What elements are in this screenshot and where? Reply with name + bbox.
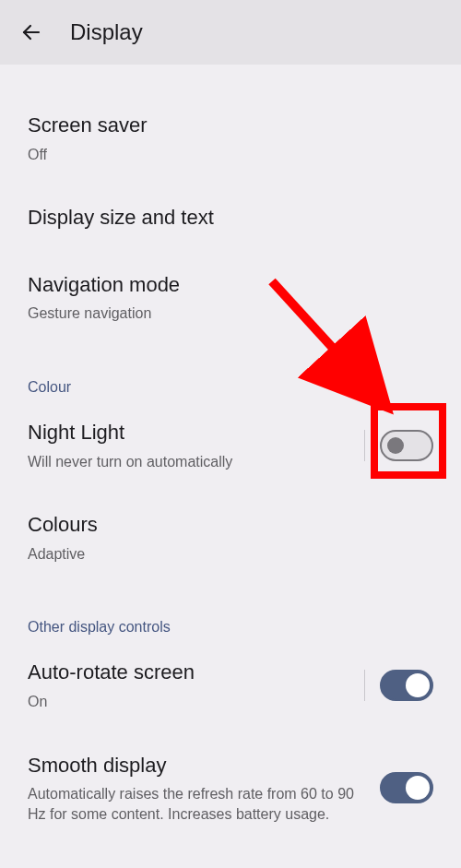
vertical-divider [364, 670, 365, 701]
setting-screen-saver[interactable]: Screen saver Off [28, 92, 433, 184]
setting-subtitle: On [28, 692, 353, 712]
setting-title: Night Light [28, 420, 353, 446]
setting-subtitle: Off [28, 145, 433, 165]
setting-subtitle: Automatically raises the refresh rate fr… [28, 784, 369, 824]
toggle-knob [406, 673, 430, 697]
setting-navigation-mode[interactable]: Navigation mode Gesture navigation [28, 252, 433, 344]
content-area: Screen saver Off Display size and text N… [0, 65, 461, 844]
header-bar: Display [0, 0, 461, 65]
section-colour: Colour [28, 344, 433, 399]
back-arrow-icon [20, 21, 42, 43]
toggle-knob [387, 437, 404, 454]
toggle-wrap [364, 670, 433, 701]
setting-subtitle: Will never turn on automatically [28, 452, 353, 472]
setting-auto-rotate[interactable]: Auto-rotate screen On [28, 639, 433, 731]
setting-title: Colours [28, 512, 433, 539]
setting-display-size-text[interactable]: Display size and text [28, 184, 433, 252]
setting-title: Screen saver [28, 113, 433, 139]
smooth-display-toggle[interactable] [380, 772, 433, 803]
setting-title: Smooth display [28, 753, 369, 779]
setting-subtitle: Adaptive [28, 544, 433, 565]
page-title: Display [70, 19, 143, 45]
setting-title: Auto-rotate screen [28, 660, 353, 686]
setting-smooth-display[interactable]: Smooth display Automatically raises the … [28, 732, 433, 845]
setting-colours[interactable]: Colours Adaptive [28, 492, 433, 584]
section-other-controls: Other display controls [28, 584, 433, 639]
setting-night-light[interactable]: Night Light Will never turn on automatic… [28, 399, 433, 492]
back-button[interactable] [18, 19, 44, 45]
setting-title: Navigation mode [28, 272, 433, 299]
toggle-wrap [364, 430, 433, 461]
night-light-toggle[interactable] [380, 430, 433, 461]
auto-rotate-toggle[interactable] [380, 670, 433, 701]
toggle-wrap [380, 772, 433, 803]
setting-title: Display size and text [28, 205, 433, 232]
vertical-divider [364, 430, 365, 461]
setting-subtitle: Gesture navigation [28, 303, 433, 324]
toggle-knob [406, 776, 430, 800]
